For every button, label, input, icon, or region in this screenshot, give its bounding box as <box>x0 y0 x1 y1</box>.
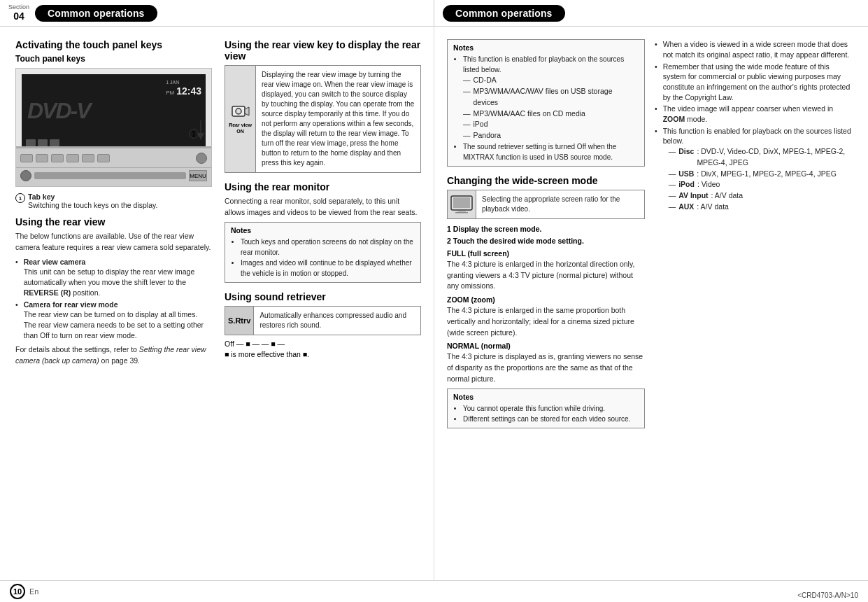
star-btn <box>196 153 207 164</box>
rear-view-icon-cell: Rear view ON <box>225 66 256 172</box>
camera-icon <box>231 104 250 119</box>
bullet-rear-camera: Rear view camera This unit can be setup … <box>15 257 212 298</box>
srtrv-label: S.Rtrv <box>228 316 250 325</box>
source-mp3-cd: MP3/WMA/AAC files on CD media <box>463 108 639 120</box>
step-1: 1 Display the screen mode. <box>447 225 645 233</box>
dvd-label: DVD-V <box>27 98 90 124</box>
svg-rect-8 <box>455 212 468 214</box>
rear-monitor-note-1: Touch keys and operation screens do not … <box>241 237 415 258</box>
rear-monitor-note-2: Images and video will continue to be dis… <box>241 258 415 279</box>
bullet-camera-mode: Camera for rear view mode The rear view … <box>15 300 212 341</box>
rear-view-key-heading: Using the rear view key to display the r… <box>225 39 421 62</box>
source-av: AV Input: A/V data <box>669 190 853 202</box>
source-mp3-usb: MP3/WMA/AAC/WAV files on USB storage dev… <box>463 86 639 108</box>
right-bullet-text-3-pre: The video image will appear coarser when… <box>663 104 833 113</box>
zoom-section: ZOOM (zoom) The 4:3 picture is enlarged … <box>447 295 645 338</box>
device-image: DVD-V 1 JAN PM 12:43 <box>15 68 212 187</box>
source-right-sub-list: Disc: DVD-V, Video-CD, DivX, MPEG-1, MPE… <box>663 146 853 213</box>
page-number: 10 <box>13 587 22 596</box>
jan-label: 1 JAN <box>166 80 179 85</box>
sr-note-0: This function is enabled for playback on… <box>463 54 639 75</box>
right-bullet-4-content: This function is enabled for playback on… <box>663 126 853 213</box>
right-col-left: Notes This function is enabled for playb… <box>447 39 645 433</box>
left-page-title: Common operations <box>35 5 157 22</box>
full-title: FULL (full screen) <box>447 249 645 258</box>
rear-view-on-label: Rear view ON <box>228 122 252 134</box>
camera-mode-desc1: The rear view can be turned on to displa… <box>24 310 198 318</box>
footer-copyright: <CRD4703-A/N>10 <box>797 592 858 599</box>
touch-panel-heading: Activating the touch panel keys <box>15 39 212 50</box>
page-footer: 10 En <CRD4703-A/N>10 <box>0 580 868 602</box>
right-bullet-1: When a video is viewed in a wide screen … <box>655 39 853 59</box>
mp3-cd-text: MP3/WMA/AAC files on CD media <box>474 108 585 120</box>
bullet-rear-camera-content: Rear view camera This unit can be setup … <box>24 257 212 298</box>
step-2: 2 Touch the desired wide mode setting. <box>447 237 645 245</box>
normal-section: NORMAL (normal) The 4:3 picture is displ… <box>447 342 645 384</box>
mini-btn-2 <box>36 154 48 162</box>
control-btn-3 <box>50 139 59 146</box>
sound-retriever-box: S.Rtrv Automatically enhances compressed… <box>225 306 421 335</box>
tab-key-content: Tab key Switching the touch keys on the … <box>28 192 157 209</box>
right-bullet-text-2: Remember that using the wide mode featur… <box>663 62 853 103</box>
pandora-text: Pandora <box>474 130 501 141</box>
zoom-bold: ZOOM <box>663 115 685 123</box>
bullet-camera-mode-content: Camera for rear view mode The rear view … <box>24 300 212 341</box>
source-ipod-right: iPod: Video <box>669 179 853 190</box>
pm-label: PM <box>166 90 174 96</box>
right-two-col: Notes This function is enabled for playb… <box>447 39 853 433</box>
header-right: Common operations <box>434 0 868 26</box>
header-left: Section 04 Common operations <box>0 0 434 26</box>
rear-view-icon-label: Rear view ON <box>228 104 252 134</box>
time-display: 12:43 <box>176 85 201 97</box>
wide-screen-icon-desc: Selecting the appropriate screen ratio f… <box>476 190 644 218</box>
normal-desc: The 4:3 picture is displayed as is, gran… <box>447 351 645 384</box>
sound-retriever-notes-list: This function is enabled for playback on… <box>453 54 639 75</box>
dash-symbols: — ■ — — ■ — <box>236 340 285 348</box>
mini-btn-5 <box>82 154 94 162</box>
page-number-circle: 10 <box>10 584 25 599</box>
menu-btn: MENU <box>189 170 207 181</box>
rear-monitor-heading: Using the rear monitor <box>225 181 421 192</box>
source-sub-list: CD-DA MP3/WMA/AAC/WAV files on USB stora… <box>453 75 639 141</box>
rear-monitor-notes-title: Notes <box>231 226 415 234</box>
wide-screen-heading: Changing the wide-screen mode <box>447 175 645 186</box>
two-column-layout: Activating the touch panel keys Touch pa… <box>15 39 421 370</box>
tab-key-circle: 1 <box>15 193 25 203</box>
mini-btn-6 <box>97 154 110 162</box>
svg-point-3 <box>236 108 241 114</box>
normal-title: NORMAL (normal) <box>447 342 645 350</box>
mini-btn-4 <box>66 154 79 162</box>
rear-camera-desc: This unit can be setup to display the re… <box>24 267 195 296</box>
bullet-note: ■ is more effective than ■. <box>225 350 421 358</box>
control-btn-1 <box>26 139 36 146</box>
off-label: Off <box>225 340 234 348</box>
source-disc: Disc: DVD-V, Video-CD, DivX, MPEG-1, MPE… <box>669 146 853 169</box>
page-header: Section 04 Common operations Common oper… <box>0 0 868 27</box>
full-desc: The 4:3 picture is enlarged in the horiz… <box>447 259 645 292</box>
wide-note-1: You cannot operate this function while d… <box>463 403 639 414</box>
rear-view-icon-box: Rear view ON Displaying the rear view im… <box>225 65 421 173</box>
bullet-note-text: ■ is more effective than ■. <box>225 350 309 358</box>
left-column: Activating the touch panel keys Touch pa… <box>15 39 212 370</box>
right-page-title: Common operations <box>443 5 565 22</box>
source-ipod: iPod <box>463 119 639 130</box>
time-area: 1 JAN PM 12:43 <box>166 77 201 97</box>
sr-notes-extra: The sound retriever setting is turned Of… <box>453 141 639 162</box>
rear-monitor-notes-list: Touch keys and operation screens do not … <box>231 237 415 279</box>
ipod-text: iPod <box>474 119 488 130</box>
right-bullets: When a video is viewed in a wide screen … <box>655 39 853 212</box>
mp3-usb-text: MP3/WMA/AAC/WAV files on USB storage dev… <box>474 86 639 108</box>
rear-view-body: The below functions are available. Use o… <box>15 231 212 253</box>
page-right: Notes This function is enabled for playb… <box>434 27 868 580</box>
rear-camera-title: Rear view camera <box>24 258 86 266</box>
control-btn-2 <box>38 139 48 146</box>
off-dash-line: Off — ■ — — ■ — <box>225 340 421 348</box>
annotation-arrow-1: 1 <box>193 120 208 143</box>
section-num: 04 <box>13 11 24 22</box>
sound-retriever-notes: Notes This function is enabled for playb… <box>447 39 645 167</box>
source-usb: USB: DivX, MPEG-1, MPEG-2, MPEG-4, JPEG <box>669 169 853 180</box>
wide-screen-notes-title: Notes <box>453 393 639 401</box>
controls-top-row <box>16 148 211 168</box>
for-details-text: For details about the settings, refer to… <box>15 344 212 367</box>
wide-screen-notes-list: You cannot operate this function while d… <box>453 403 639 424</box>
